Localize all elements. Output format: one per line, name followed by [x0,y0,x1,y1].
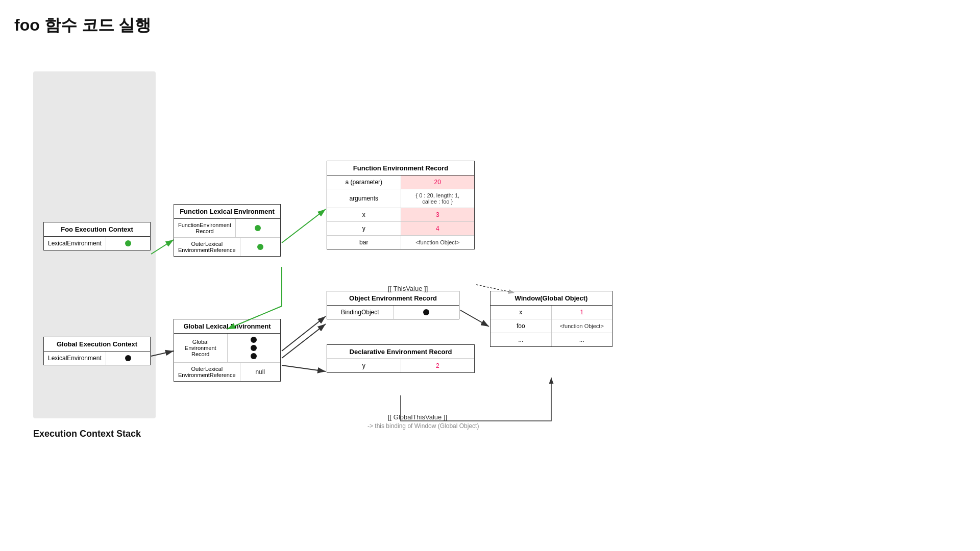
fer-bar-value: <function Object> [401,236,475,249]
fer-a-value: 20 [401,176,475,189]
window-global-object: Window(Global Object) x 1 foo <function … [490,291,612,347]
win-ellipsis-value: ... [552,333,612,346]
fer-y-label: y [327,222,401,235]
global-env-record-dots [228,334,281,362]
fer-bar-label: bar [327,236,401,249]
func-env-record-arrow [282,209,326,243]
global-this-value-label: [[ GlobalThisValue ]] [388,413,447,421]
ec-stack-label: Execution Context Stack [33,429,141,439]
foo-ec-lex-env-label: LexicalEnvironment [44,237,106,250]
oer-to-window-arrow [460,310,489,327]
global-ec-lex-env-value [106,352,150,365]
foo-ec-title: Foo Execution Context [44,222,150,237]
global-env-dot2 [251,345,257,351]
func-lex-env-row1: FunctionEnvironment Record [174,219,280,238]
win-row-ellipsis: ... ... [491,333,612,346]
global-lex-env-row2: OuterLexical EnvironmentReference null [174,363,280,381]
win-foo-value: <function Object> [552,319,612,333]
func-env-record-label: FunctionEnvironment Record [174,219,236,237]
oer-binding-connector [423,309,429,315]
global-lexical-environment: Global Lexical Environment Global Enviro… [174,319,281,382]
oer-row-binding: BindingObject [327,306,459,319]
func-env-record-box-title: Function Environment Record [327,161,474,176]
global-ec-lex-env-label: LexicalEnvironment [44,352,106,365]
global-env-record-label: Global Environment Record [174,334,228,362]
object-environment-record: Object Environment Record BindingObject [327,291,459,319]
fer-row-a: a (parameter) 20 [327,176,474,189]
der-row-y: y 2 [327,359,474,372]
func-env-record-dot [236,219,280,237]
fer-y-value: 4 [401,222,475,235]
win-ellipsis-label: ... [491,333,552,346]
oer-binding-dot [394,306,459,319]
foo-execution-context: Foo Execution Context LexicalEnvironment [43,222,151,251]
global-lex-to-oer-arrow [282,316,326,351]
global-lex-to-oer-arrow2 [282,324,326,358]
fer-arguments-label: arguments [327,189,401,208]
global-env-dot3 [251,353,257,359]
win-row-foo: foo <function Object> [491,319,612,333]
declarative-environment-record: Declarative Environment Record y 2 [327,344,475,373]
window-title: Window(Global Object) [491,291,612,306]
oer-binding-label: BindingObject [327,306,394,319]
null-value: null [255,368,265,375]
win-x-label: x [491,306,552,319]
func-env-record-connector [255,225,261,231]
this-value-label: [[ ThisValue ]] [388,285,428,292]
global-lex-env-row1: Global Environment Record [174,334,280,363]
der-y-value: 2 [401,359,475,372]
win-row-x: x 1 [491,306,612,319]
obj-env-record-title: Object Environment Record [327,291,459,306]
function-environment-record: Function Environment Record a (parameter… [327,161,475,249]
outer-lex-ref-label: OuterLexical EnvironmentReference [174,238,240,256]
global-ec-title: Global Execution Context [44,337,150,352]
decl-env-record-title: Declarative Environment Record [327,345,474,359]
global-lex-to-der-arrow [282,365,326,371]
global-outer-lex-ref-value: null [240,363,280,381]
function-lexical-environment: Function Lexical Environment FunctionEnv… [174,204,281,257]
fer-row-y: y 4 [327,222,474,236]
foo-ec-row1: LexicalEnvironment [44,237,150,250]
global-execution-context: Global Execution Context LexicalEnvironm… [43,337,151,365]
global-ec-dot [125,355,131,361]
fer-row-x: x 3 [327,208,474,222]
global-this-sub-label: -> this binding of Window (Global Object… [368,422,479,430]
fer-x-label: x [327,208,401,221]
fer-row-bar: bar <function Object> [327,236,474,249]
win-foo-label: foo [491,319,552,333]
win-x-value: 1 [552,306,612,319]
fer-arguments-value: { 0 : 20, length: 1,callee : foo } [401,189,475,208]
fer-x-value: 3 [401,208,475,221]
page-title: foo 함수 코드 실행 [0,0,980,37]
func-lex-env-title: Function Lexical Environment [174,205,280,219]
outer-lex-ref-dot [240,238,280,256]
der-y-label: y [327,359,401,372]
foo-ec-lex-env-value [106,237,150,250]
foo-ec-dot [125,240,131,246]
global-lex-env-title: Global Lexical Environment [174,319,280,334]
global-ec-row1: LexicalEnvironment [44,352,150,365]
func-lex-env-row2: OuterLexical EnvironmentReference [174,238,280,256]
fer-a-label: a (parameter) [327,176,401,189]
outer-lex-ref-connector [257,244,263,250]
global-env-dot1 [251,337,257,343]
fer-row-arguments: arguments { 0 : 20, length: 1,callee : f… [327,189,474,208]
global-outer-lex-ref-label: OuterLexical EnvironmentReference [174,363,240,381]
